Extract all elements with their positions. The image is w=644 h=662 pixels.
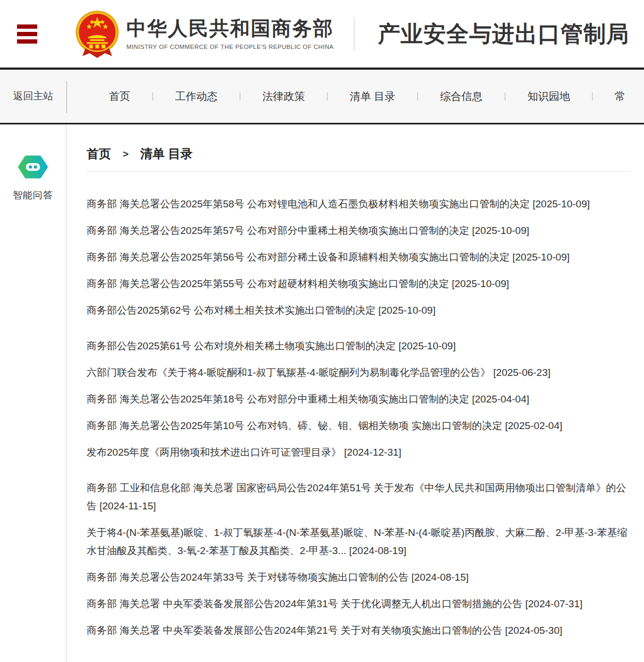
menu-icon-bar: [17, 39, 37, 44]
announcement-link[interactable]: 商务部 海关总署公告2025年第57号 公布对部分中重稀土相关物项实施出口管制的…: [87, 222, 631, 240]
announcement-link[interactable]: 商务部 海关总署公告2025年第56号 公布对部分稀土设备和原辅料相关物项实施出…: [87, 248, 631, 266]
nav-menu: 首页|工作动态|法律政策|清单 目录|综合信息|知识园地|常: [88, 89, 644, 104]
breadcrumb-home[interactable]: 首页: [87, 146, 111, 162]
announcement-link[interactable]: 发布2025年度《两用物项和技术进出口许可证管理目录》 [2024-12-31]: [87, 443, 631, 462]
announcement-link[interactable]: 六部门联合发布《关于将4-哌啶酮和1-叔丁氧羰基-4-哌啶酮列为易制毒化学品管理…: [87, 364, 631, 382]
bureau-title: 产业安全与进出口管制局: [378, 19, 629, 49]
breadcrumb-current: 清单 目录: [140, 146, 192, 162]
announcement-link[interactable]: 商务部 海关总署 中央军委装备发展部公告2024年第21号 关于对有关物项实施出…: [87, 622, 631, 640]
announcement-link[interactable]: 商务部 海关总署公告2024年第33号 关于对锑等物项实施出口管制的公告 [20…: [87, 568, 631, 586]
site-name-cn: 中华人民共和国商务部: [126, 18, 334, 40]
announcement-link[interactable]: 关于将4-(N-苯基氨基)哌啶、1-叔丁氧羰基-4-(N-苯基氨基)哌啶、N-苯…: [87, 524, 631, 560]
header-divider: [354, 17, 354, 51]
main-nav: 返回主站 首页|工作动态|法律政策|清单 目录|综合信息|知识园地|常: [0, 70, 644, 124]
main-row: 智能问答 首页 > 清单 目录 商务部 海关总署公告2025年第58号 公布对锂…: [0, 124, 644, 662]
announcement-link[interactable]: 商务部公告2025第61号 公布对境外相关稀土物项实施出口管制的决定 [2025…: [87, 337, 631, 355]
announcement-link[interactable]: 商务部 海关总署公告2025年第55号 公布对超硬材料相关物项实施出口管制的决定…: [87, 275, 631, 293]
nav-item[interactable]: 工作动态: [154, 89, 239, 104]
nav-item[interactable]: 知识园地: [506, 89, 591, 104]
breadcrumb-separator: >: [123, 148, 129, 160]
back-to-main-link[interactable]: 返回主站: [0, 89, 66, 103]
nav-divider: [66, 81, 67, 113]
announcement-link[interactable]: 商务部公告2025第62号 公布对稀土相关技术实施出口管制的决定 [2025-1…: [87, 301, 631, 320]
sidebar: 智能问答: [0, 124, 66, 662]
announcement-link[interactable]: 商务部 海关总署公告2025年第10号 公布对钨、碲、铋、钼、铟相关物项 实施出…: [87, 417, 631, 435]
breadcrumb: 首页 > 清单 目录: [87, 146, 631, 162]
national-emblem-logo: [73, 9, 121, 60]
smart-qa-label[interactable]: 智能问答: [0, 189, 66, 202]
site-title-group: 中华人民共和国商务部 MINISTRY OF COMMERCE OF THE P…: [126, 18, 334, 50]
announcement-link[interactable]: 商务部 海关总署公告2025年第18号 公布对部分中重稀土相关物项实施出口管制的…: [87, 390, 631, 408]
announcement-group: 商务部公告2025第61号 公布对境外相关稀土物项实施出口管制的决定 [2025…: [87, 337, 631, 462]
menu-icon-bar: [17, 32, 37, 36]
announcement-list: 商务部 海关总署公告2025年第58号 公布对锂电池和人造石墨负极材料相关物项实…: [87, 195, 631, 640]
nav-item[interactable]: 法律政策: [241, 89, 326, 104]
announcement-link[interactable]: 商务部 工业和信息化部 海关总署 国家密码局公告2024年第51号 关于发布《中…: [87, 479, 631, 515]
nav-item[interactable]: 常: [594, 89, 644, 104]
site-header: 中华人民共和国商务部 MINISTRY OF COMMERCE OF THE P…: [0, 0, 644, 68]
content-area: 首页 > 清单 目录 商务部 海关总署公告2025年第58号 公布对锂电池和人造…: [66, 124, 644, 662]
announcement-link[interactable]: 商务部 海关总署公告2025年第58号 公布对锂电池和人造石墨负极材料相关物项实…: [87, 195, 631, 213]
menu-icon-bar: [17, 24, 37, 29]
announcement-group: 商务部 海关总署公告2025年第58号 公布对锂电池和人造石墨负极材料相关物项实…: [87, 195, 631, 320]
nav-item[interactable]: 综合信息: [419, 89, 504, 104]
announcement-group: 商务部 工业和信息化部 海关总署 国家密码局公告2024年第51号 关于发布《中…: [87, 479, 631, 640]
nav-item[interactable]: 首页: [88, 89, 151, 104]
smart-qa-robot-icon[interactable]: [18, 154, 48, 180]
breadcrumb-divider: [87, 171, 631, 172]
nav-item[interactable]: 清单 目录: [328, 89, 417, 104]
announcement-link[interactable]: 商务部 海关总署 中央军委装备发展部公告2024年第31号 关于优化调整无人机出…: [87, 595, 631, 613]
site-name-en: MINISTRY OF COMMERCE OF THE PEOPLE'S REP…: [126, 44, 334, 50]
menu-icon[interactable]: [17, 24, 37, 44]
